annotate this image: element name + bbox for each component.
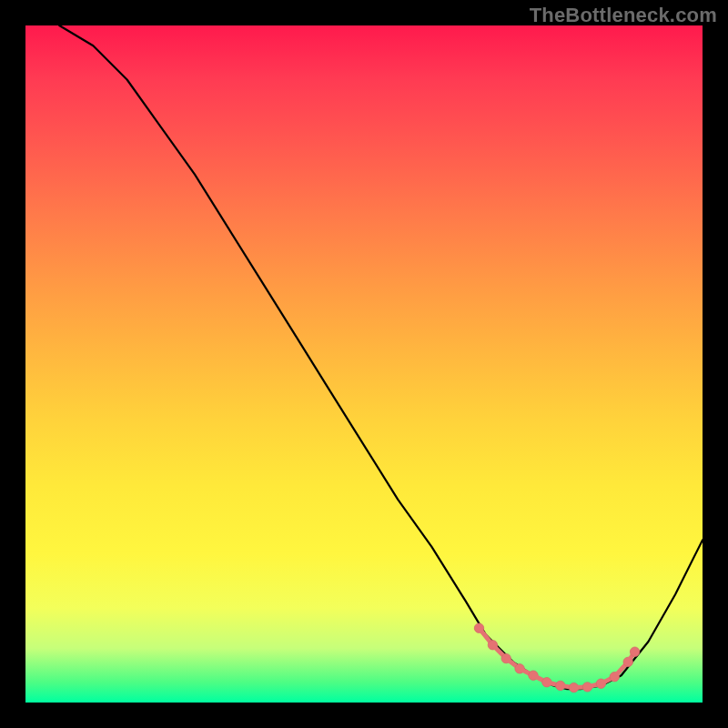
plot-svg [25, 25, 703, 703]
bottleneck-curve [59, 25, 703, 689]
watermark-text: TheBottleneck.com [530, 4, 717, 27]
highlight-dot [630, 647, 639, 656]
chart-area [25, 25, 703, 703]
highlight-markers [474, 623, 640, 693]
